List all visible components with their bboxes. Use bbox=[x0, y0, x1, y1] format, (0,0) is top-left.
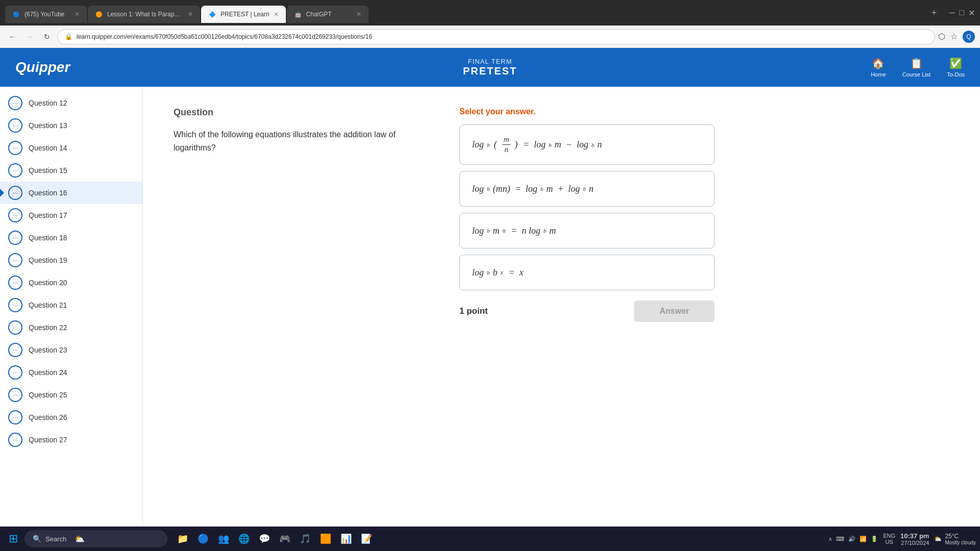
tab-close-tab3[interactable]: ✕ bbox=[274, 11, 279, 18]
sidebar-question-15[interactable]: ··· Question 15 bbox=[0, 159, 142, 182]
answer-option-d[interactable]: logb bx = x bbox=[459, 255, 715, 290]
sidebar-question-25[interactable]: ··· Question 25 bbox=[0, 384, 142, 406]
sidebar-question-23[interactable]: ··· Question 23 bbox=[0, 339, 142, 361]
taskbar-app-browser[interactable]: 🔵 bbox=[194, 530, 212, 548]
systray-chevron[interactable]: ∧ bbox=[828, 536, 832, 542]
tab-close-tab2[interactable]: ✕ bbox=[188, 11, 193, 18]
tab-label-tab2: Lesson 1: What Is Paraphrasing... bbox=[107, 11, 184, 18]
sidebar-question-17[interactable]: ··· Question 17 bbox=[0, 204, 142, 227]
forward-button[interactable]: → bbox=[22, 30, 37, 44]
browser-tab-tab4[interactable]: 🤖 ChatGPT ✕ bbox=[287, 6, 369, 23]
math-expr-d: logb bx = x bbox=[472, 267, 523, 278]
question-label-14: Question 14 bbox=[29, 144, 67, 152]
maximize-button[interactable]: □ bbox=[959, 8, 964, 18]
course-list-nav-button[interactable]: 📋 Course List bbox=[902, 57, 931, 78]
close-window-button[interactable]: ✕ bbox=[968, 8, 975, 18]
taskbar-app-spotify[interactable]: 🎵 bbox=[296, 530, 314, 548]
sidebar-question-22[interactable]: ··· Question 22 bbox=[0, 316, 142, 339]
extensions-icon[interactable]: ⬡ bbox=[938, 32, 945, 41]
taskbar-app-orange[interactable]: 🟧 bbox=[316, 530, 335, 548]
question-circle-13: ··· bbox=[8, 118, 22, 133]
browser-nav: ← → ↻ 🔒 learn.quipper.com/en/exams/670f0… bbox=[0, 26, 980, 48]
sidebar-question-18[interactable]: ··· Question 18 bbox=[0, 227, 142, 249]
sidebar-question-16[interactable]: ··· Question 16 bbox=[0, 182, 142, 204]
time-display: 10:37 pm bbox=[900, 532, 929, 540]
question-label-18: Question 18 bbox=[29, 234, 67, 242]
question-circle-22: ··· bbox=[8, 320, 22, 335]
taskbar-clock[interactable]: 10:37 pm 27/10/2024 bbox=[900, 532, 929, 546]
answer-option-a[interactable]: logb ( m n ) = logb m − logb n bbox=[459, 124, 715, 165]
answer-option-c[interactable]: logb mn = n logb m bbox=[459, 213, 715, 248]
tab-favicon-tab1: 🔵 bbox=[12, 10, 20, 18]
taskbar-search-bar[interactable]: 🔍 Search ⛅ bbox=[24, 530, 167, 547]
new-tab-button[interactable]: + bbox=[927, 6, 941, 20]
question-circle-27: ··· bbox=[8, 433, 22, 447]
question-circle-12: ··· bbox=[8, 96, 22, 110]
sidebar-question-14[interactable]: ··· Question 14 bbox=[0, 137, 142, 159]
systray-speaker[interactable]: 🔊 bbox=[848, 536, 855, 542]
tab-label-tab4: ChatGPT bbox=[306, 11, 352, 18]
taskbar-apps: 📁 🔵 👥 🌐 💬 🎮 🎵 🟧 📊 📝 bbox=[174, 530, 376, 548]
date-display: 27/10/2024 bbox=[900, 540, 929, 546]
question-circle-25: ··· bbox=[8, 388, 22, 402]
tab-close-tab1[interactable]: ✕ bbox=[75, 11, 80, 18]
question-circle-17: ··· bbox=[8, 208, 22, 222]
sidebar-question-12[interactable]: ··· Question 12 bbox=[0, 92, 142, 114]
taskbar-app-edge[interactable]: 🌐 bbox=[235, 530, 253, 548]
sidebar-question-13[interactable]: ··· Question 13 bbox=[0, 114, 142, 137]
sidebar-question-26[interactable]: ··· Question 26 bbox=[0, 406, 142, 429]
home-nav-button[interactable]: 🏠 Home bbox=[871, 57, 886, 78]
locale-display: ENG US bbox=[883, 533, 895, 545]
systray-keyboard: ⌨ bbox=[836, 536, 844, 542]
weather-desc: Mostly cloudy bbox=[945, 540, 976, 545]
math-expr-a: logb ( m n ) = logb m − logb n bbox=[472, 135, 602, 154]
taskbar-app-messenger[interactable]: 💬 bbox=[255, 530, 274, 548]
question-label-15: Question 15 bbox=[29, 166, 67, 174]
question-label-22: Question 22 bbox=[29, 323, 67, 332]
back-button[interactable]: ← bbox=[5, 30, 19, 44]
tab-close-tab4[interactable]: ✕ bbox=[356, 11, 361, 18]
taskbar-app-files[interactable]: 📁 bbox=[174, 530, 192, 548]
browser-tab-tab1[interactable]: 🔵 (675) YouTube ✕ bbox=[5, 6, 87, 23]
sidebar-question-20[interactable]: ··· Question 20 bbox=[0, 271, 142, 294]
answer-prompt: Select your answer. bbox=[459, 107, 715, 116]
url-text: learn.quipper.com/en/exams/670f050d5ba61… bbox=[77, 33, 372, 40]
minimize-button[interactable]: ─ bbox=[949, 8, 955, 18]
sidebar-question-19[interactable]: ··· Question 19 bbox=[0, 249, 142, 271]
browser-tab-tab2[interactable]: 🟠 Lesson 1: What Is Paraphrasing... ✕ bbox=[88, 6, 200, 23]
weather-temp: 25°C bbox=[945, 533, 976, 540]
question-circle-19: ··· bbox=[8, 253, 22, 267]
start-button[interactable]: ⊞ bbox=[4, 530, 22, 548]
question-label-24: Question 24 bbox=[29, 368, 67, 377]
systray-wifi[interactable]: 📶 bbox=[860, 536, 867, 542]
header-center: FINAL TERM PRETEST bbox=[463, 58, 517, 77]
taskbar-app-teams[interactable]: 👥 bbox=[214, 530, 233, 548]
question-label-20: Question 20 bbox=[29, 279, 67, 287]
header-right: 🏠 Home 📋 Course List ✅ To-Dos bbox=[871, 57, 965, 78]
sidebar-question-27[interactable]: ··· Question 27 bbox=[0, 429, 142, 451]
weather-widget: ⛅ 25°C Mostly cloudy bbox=[934, 533, 976, 545]
profile-icon[interactable]: Q bbox=[963, 31, 975, 43]
reload-button[interactable]: ↻ bbox=[40, 30, 54, 44]
browser-tab-tab3[interactable]: 🔷 PRETEST | Learn ✕ bbox=[201, 6, 286, 23]
answer-footer: 1 point Answer bbox=[459, 300, 715, 322]
tab-label-tab1: (675) YouTube bbox=[24, 11, 70, 18]
question-label-12: Question 12 bbox=[29, 99, 67, 107]
taskbar-search-icon: 🔍 bbox=[33, 535, 41, 543]
taskbar-app-excel[interactable]: 📊 bbox=[337, 530, 355, 548]
question-circle-24: ··· bbox=[8, 365, 22, 380]
home-label: Home bbox=[871, 71, 886, 78]
answer-option-b[interactable]: logb(mn) = logb m + logb n bbox=[459, 171, 715, 207]
sidebar-question-24[interactable]: ··· Question 24 bbox=[0, 361, 142, 384]
math-expr-c: logb mn = n logb m bbox=[472, 226, 556, 236]
math-expr-b: logb(mn) = logb m + logb n bbox=[472, 184, 594, 194]
todos-nav-button[interactable]: ✅ To-Dos bbox=[947, 57, 965, 78]
taskbar-app-word[interactable]: 📝 bbox=[357, 530, 376, 548]
address-bar[interactable]: 🔒 learn.quipper.com/en/exams/670f050d5ba… bbox=[57, 29, 935, 44]
home-icon: 🏠 bbox=[872, 57, 885, 69]
favorites-icon[interactable]: ☆ bbox=[950, 32, 958, 41]
systray-battery[interactable]: 🔋 bbox=[871, 536, 878, 542]
answer-button[interactable]: Answer bbox=[634, 300, 715, 322]
taskbar-app-discord[interactable]: 🎮 bbox=[276, 530, 294, 548]
sidebar-question-21[interactable]: ··· Question 21 bbox=[0, 294, 142, 316]
